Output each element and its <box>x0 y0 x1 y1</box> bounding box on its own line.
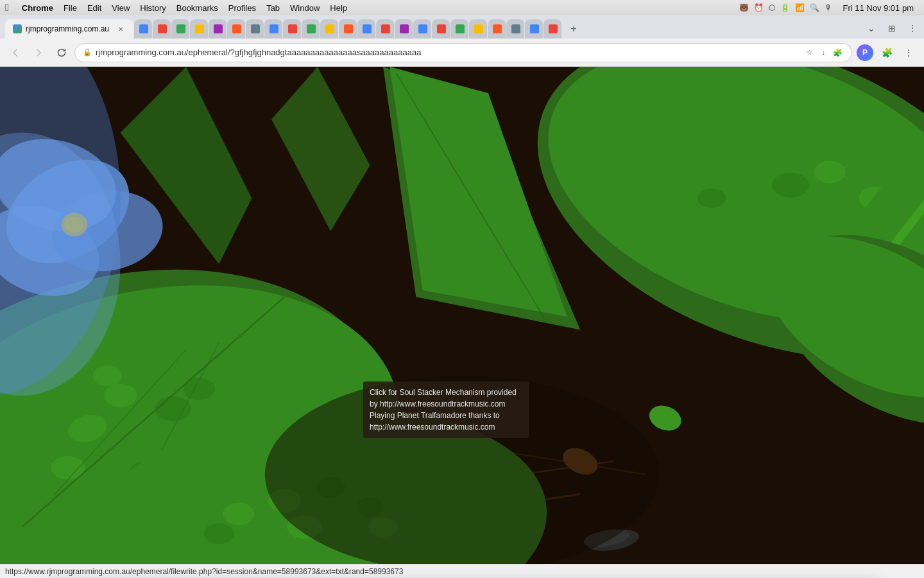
extensions-puzzle-button[interactable]: 🧩 <box>877 42 897 63</box>
menubar-battery-icon: 🔋 <box>780 3 790 12</box>
reload-button[interactable] <box>51 42 72 63</box>
tab-3[interactable] <box>153 19 171 39</box>
extensions-icon[interactable]: 🧩 <box>831 46 844 59</box>
tab-8[interactable] <box>246 19 264 39</box>
tab-20[interactable] <box>469 19 487 39</box>
bookmark-star-icon[interactable]: ☆ <box>803 46 816 59</box>
tab-active[interactable]: rjmprogramming.com.au ✕ <box>5 19 133 39</box>
tab-17[interactable] <box>413 19 431 39</box>
status-url: https://www.rjmprogramming.com.au/epheme… <box>5 567 403 576</box>
tab-11[interactable] <box>302 19 320 39</box>
svg-point-4 <box>104 383 137 407</box>
tab-list: rjmprogramming.com.au ✕ <box>5 19 862 39</box>
toolbar-right-controls: P 🧩 ⋮ <box>855 42 919 63</box>
tab-22[interactable] <box>506 19 524 39</box>
tab-favicon <box>13 24 22 33</box>
tab-7[interactable] <box>227 19 245 39</box>
menubar-history[interactable]: History <box>135 0 171 15</box>
tab-6[interactable] <box>209 19 227 39</box>
tab-10[interactable] <box>283 19 301 39</box>
back-button <box>5 42 26 63</box>
status-bar: https://www.rjmprogramming.com.au/epheme… <box>0 564 924 578</box>
svg-point-16 <box>772 173 809 198</box>
tab-13[interactable] <box>339 19 357 39</box>
svg-point-58 <box>265 376 659 564</box>
menubar-bluetooth-icon: ⬡ <box>769 3 775 12</box>
svg-point-44 <box>204 523 234 545</box>
menubar-window[interactable]: Window <box>285 0 325 15</box>
tab-search-button[interactable]: ⌄ <box>862 19 880 37</box>
menubar-datetime: Fri 11 Nov 9:01 pm <box>837 0 919 15</box>
tab-19[interactable] <box>450 19 468 39</box>
menubar-wifi-icon: 📶 <box>795 3 805 12</box>
tab-23[interactable] <box>525 19 543 39</box>
profile-avatar: P <box>857 44 873 61</box>
menubar-search-icon[interactable]: 🔍 <box>810 3 819 12</box>
tab-title: rjmprogramming.com.au <box>26 24 112 33</box>
download-icon[interactable]: ↓ <box>817 46 830 59</box>
menubar-siri-icon[interactable]: 🎙 <box>825 3 832 12</box>
chrome-menu-button[interactable]: ⋮ <box>898 42 919 63</box>
tab-menu-button[interactable]: ⋮ <box>903 19 921 37</box>
tab-12[interactable] <box>320 19 338 39</box>
forward-button <box>28 42 49 63</box>
lock-icon: 🔒 <box>83 48 92 57</box>
nature-background <box>0 67 924 564</box>
toolbar: 🔒 rjmprogramming.com.au/ephemeral/?gfjhg… <box>0 39 924 67</box>
chrome-window: rjmprogramming.com.au ✕ <box>0 15 924 578</box>
profile-button[interactable]: P <box>855 42 875 63</box>
tab-16[interactable] <box>395 19 413 39</box>
content-area[interactable]: Click for Soul Stacker Mechanism provide… <box>0 67 924 564</box>
tab-9[interactable] <box>264 19 282 39</box>
svg-point-17 <box>814 161 846 183</box>
new-tab-button[interactable]: + <box>565 20 583 38</box>
menubar-help[interactable]: Help <box>325 0 352 15</box>
tab-24[interactable] <box>543 19 561 39</box>
svg-point-18 <box>697 188 726 208</box>
menubar-file[interactable]: File <box>58 0 82 15</box>
menubar-edit[interactable]: Edit <box>82 0 107 15</box>
menubar-chrome[interactable]: Chrome <box>17 0 58 15</box>
menubar-right: 🐻 ⏰ ⬡ 🔋 📶 🔍 🎙 Fri 11 Nov 9:01 pm <box>739 0 919 15</box>
menubar:  Chrome File Edit View History Bookmark… <box>0 0 924 15</box>
menubar-view[interactable]: View <box>107 0 135 15</box>
url-text: rjmprogramming.com.au/ephemeral/?gfjhgfj… <box>96 48 799 57</box>
menubar-bookmarks[interactable]: Bookmarks <box>171 0 223 15</box>
menubar-profiles[interactable]: Profiles <box>223 0 261 15</box>
svg-point-5 <box>155 396 191 421</box>
tab-sidebar-button[interactable]: ⊞ <box>883 19 901 37</box>
tab-21[interactable] <box>488 19 506 39</box>
tab-4[interactable] <box>171 19 189 39</box>
tab-15[interactable] <box>376 19 394 39</box>
tab-18[interactable] <box>432 19 450 39</box>
address-bar[interactable]: 🔒 rjmprogramming.com.au/ephemeral/?gfjhg… <box>74 43 852 62</box>
menubar-bear-icon: 🐻 <box>739 3 749 12</box>
tab-close-button[interactable]: ✕ <box>116 24 126 34</box>
menubar-tab[interactable]: Tab <box>261 0 285 15</box>
apple-menu[interactable]:  <box>5 2 9 13</box>
tab-2[interactable] <box>134 19 152 39</box>
menubar-clock-icon: ⏰ <box>754 3 764 12</box>
svg-point-41 <box>223 503 254 525</box>
tab-bar-controls: ⌄ ⊞ ⋮ <box>862 19 921 39</box>
tab-5[interactable] <box>190 19 208 39</box>
tab-bar: rjmprogramming.com.au ✕ <box>0 15 924 39</box>
svg-point-6 <box>93 365 122 387</box>
tab-14[interactable] <box>357 19 375 39</box>
